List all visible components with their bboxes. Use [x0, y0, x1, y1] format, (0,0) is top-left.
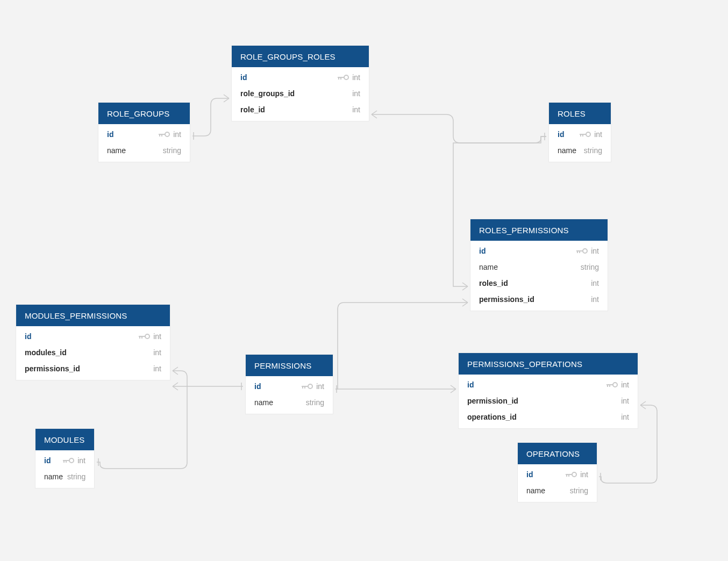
column-row: idint — [518, 466, 597, 483]
svg-point-5 — [308, 384, 312, 389]
svg-point-0 — [165, 132, 169, 136]
column-row: idint — [470, 243, 608, 259]
column-name: id — [107, 130, 113, 139]
entity-columns: idintnamestringroles_idintpermissions_id… — [470, 241, 608, 311]
svg-point-8 — [572, 472, 576, 477]
entity-permissions[interactable]: PERMISSIONSidintnamestring — [246, 355, 333, 414]
entity-columns: idintnamestring — [518, 464, 597, 502]
column-type: int — [591, 247, 599, 255]
entity-title: ROLE_GROUPS — [98, 103, 190, 124]
column-type: string — [163, 146, 181, 155]
column-type: int — [153, 348, 161, 357]
column-type: int — [621, 397, 629, 405]
column-name: id — [479, 247, 486, 255]
entity-columns: idintnamestring — [549, 124, 611, 162]
column-name: operations_id — [467, 413, 517, 421]
column-type: int — [594, 130, 602, 139]
column-type: int — [352, 105, 360, 114]
column-row: modules_idint — [16, 344, 170, 361]
primary-key-icon — [565, 471, 577, 478]
entity-title: OPERATIONS — [518, 443, 597, 464]
primary-key-icon — [301, 383, 313, 390]
svg-point-2 — [586, 132, 590, 136]
entity-columns: idintnamestring — [246, 376, 333, 414]
column-name: id — [526, 470, 533, 479]
svg-point-7 — [69, 458, 74, 463]
column-type: int — [352, 89, 360, 98]
primary-key-icon — [337, 74, 349, 81]
column-row: roles_idint — [470, 275, 608, 291]
column-type: string — [306, 398, 324, 407]
svg-point-1 — [344, 75, 348, 80]
primary-key-icon — [606, 382, 618, 388]
column-name: id — [240, 73, 247, 82]
column-name: id — [44, 456, 51, 465]
column-name: name — [479, 263, 498, 271]
entity-permissions_operations[interactable]: PERMISSIONS_OPERATIONSidintpermission_id… — [459, 353, 638, 428]
entity-columns: idintnamestring — [98, 124, 190, 162]
column-row: idint — [232, 69, 369, 85]
primary-key-icon — [579, 131, 591, 138]
column-name: name — [526, 486, 545, 495]
column-row: permissions_idint — [470, 291, 608, 307]
column-type: string — [581, 263, 599, 271]
column-row: namestring — [470, 259, 608, 275]
column-name: modules_id — [25, 348, 67, 357]
entity-roles[interactable]: ROLESidintnamestring — [549, 103, 611, 162]
entity-title: ROLES_PERMISSIONS — [470, 219, 608, 241]
entity-columns: idintmodules_idintpermissions_idint — [16, 326, 170, 380]
column-row: idint — [35, 452, 94, 469]
column-row: operations_idint — [459, 409, 638, 425]
primary-key-icon — [138, 333, 150, 340]
entity-modules[interactable]: MODULESidintnamestring — [35, 429, 94, 488]
entity-title: PERMISSIONS — [246, 355, 333, 376]
svg-point-3 — [583, 249, 587, 253]
entity-title: PERMISSIONS_OPERATIONS — [459, 353, 638, 375]
column-row: role_groups_idint — [232, 85, 369, 102]
entity-roles_permissions[interactable]: ROLES_PERMISSIONSidintnamestringroles_id… — [470, 219, 608, 311]
column-type: string — [67, 472, 85, 481]
entity-title: MODULES_PERMISSIONS — [16, 305, 170, 326]
column-row: role_idint — [232, 102, 369, 118]
column-name: id — [25, 332, 31, 341]
column-type: int — [591, 295, 599, 304]
column-row: namestring — [98, 142, 190, 159]
entity-modules_permissions[interactable]: MODULES_PERMISSIONSidintmodules_idintper… — [16, 305, 170, 380]
primary-key-icon — [62, 457, 74, 464]
column-row: namestring — [246, 394, 333, 411]
column-row: idint — [16, 328, 170, 344]
column-name: name — [107, 146, 126, 155]
column-type: int — [173, 130, 181, 139]
column-row: namestring — [518, 483, 597, 499]
primary-key-icon — [576, 248, 588, 254]
column-type: int — [153, 364, 161, 373]
column-name: roles_id — [479, 279, 508, 287]
column-name: id — [254, 382, 261, 391]
entity-title: ROLE_GROUPS_ROLES — [232, 46, 369, 67]
entity-columns: idintpermission_idintoperations_idint — [459, 375, 638, 428]
column-row: permissions_idint — [16, 361, 170, 377]
column-row: idint — [459, 377, 638, 393]
column-row: namestring — [35, 469, 94, 485]
column-type: string — [570, 486, 588, 495]
entity-title: MODULES — [35, 429, 94, 450]
entity-role_groups[interactable]: ROLE_GROUPSidintnamestring — [98, 103, 190, 162]
column-type: int — [77, 456, 85, 465]
column-name: permissions_id — [25, 364, 80, 373]
entity-operations[interactable]: OPERATIONSidintnamestring — [518, 443, 597, 502]
column-name: name — [44, 472, 63, 481]
column-name: name — [254, 398, 273, 407]
column-type: int — [580, 470, 588, 479]
entity-role_groups_roles[interactable]: ROLE_GROUPS_ROLESidintrole_groups_idintr… — [232, 46, 369, 121]
column-name: permission_id — [467, 397, 518, 405]
column-type: int — [153, 332, 161, 341]
column-row: namestring — [549, 142, 611, 159]
column-name: role_groups_id — [240, 89, 295, 98]
column-type: int — [352, 73, 360, 82]
column-type: int — [621, 413, 629, 421]
er-diagram-canvas[interactable]: ROLE_GROUPSidintnamestringROLE_GROUPS_RO… — [0, 0, 728, 561]
column-name: name — [558, 146, 576, 155]
column-name: id — [558, 130, 564, 139]
svg-point-6 — [613, 383, 617, 387]
column-type: int — [591, 279, 599, 287]
